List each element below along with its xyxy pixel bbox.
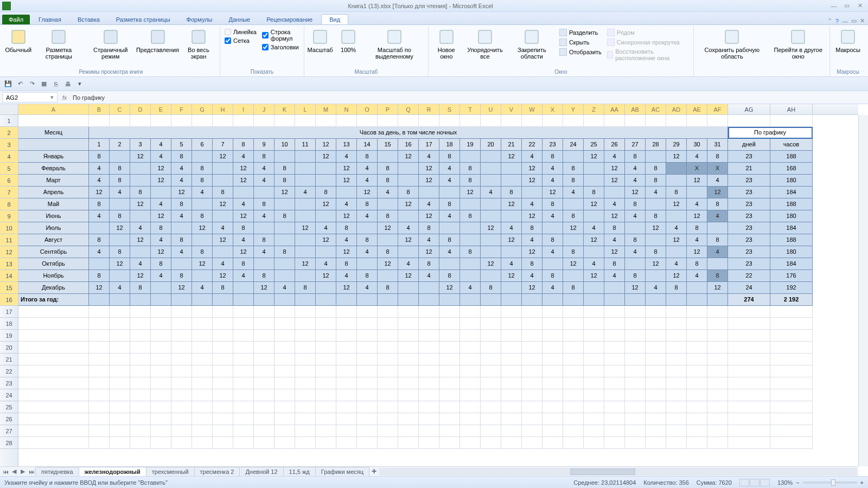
row-header[interactable]: 17 — [0, 306, 18, 318]
cell[interactable] — [171, 342, 192, 354]
cell[interactable]: 8 — [563, 163, 584, 175]
cell[interactable]: 8 — [666, 187, 687, 198]
cell[interactable] — [378, 294, 398, 306]
cell[interactable]: 8 — [151, 222, 171, 234]
cell[interactable] — [419, 187, 439, 198]
cell[interactable] — [130, 175, 151, 187]
ribbon-min-icon[interactable]: ⌃ — [827, 17, 832, 24]
cell[interactable]: 16 — [398, 139, 419, 151]
cell[interactable] — [625, 306, 646, 318]
cell[interactable] — [481, 437, 501, 449]
cell[interactable] — [18, 377, 89, 389]
cell[interactable]: 23 — [728, 198, 770, 210]
cell[interactable]: 23 — [728, 234, 770, 246]
zoom-in-icon[interactable]: + — [860, 479, 864, 486]
cell[interactable] — [584, 318, 604, 330]
cell[interactable] — [542, 294, 563, 306]
cell[interactable]: 4 — [192, 187, 213, 198]
cell[interactable] — [275, 234, 295, 246]
cell[interactable] — [316, 330, 336, 342]
cell[interactable]: 4 — [398, 222, 419, 234]
cell[interactable] — [501, 163, 522, 175]
cell[interactable] — [192, 389, 213, 401]
cell[interactable]: 12 — [707, 282, 728, 294]
cell[interactable] — [646, 330, 666, 342]
cell[interactable] — [89, 222, 110, 234]
col-header[interactable]: E — [151, 104, 171, 114]
cell[interactable]: 13 — [336, 139, 357, 151]
cell[interactable] — [666, 437, 687, 449]
ribbon-small-button[interactable]: Скрыть — [558, 38, 603, 47]
cell[interactable] — [378, 115, 398, 127]
cell[interactable] — [295, 246, 316, 258]
cell[interactable] — [687, 318, 707, 330]
cell[interactable] — [501, 437, 522, 449]
cell[interactable]: 4 — [501, 258, 522, 270]
cell[interactable] — [171, 401, 192, 413]
cell[interactable] — [192, 306, 213, 318]
cell[interactable] — [171, 115, 192, 127]
cell[interactable] — [625, 354, 646, 365]
cell[interactable] — [130, 163, 151, 175]
cell[interactable] — [295, 151, 316, 163]
cell[interactable]: 12 — [233, 246, 254, 258]
cell[interactable] — [604, 318, 625, 330]
cell[interactable] — [646, 306, 666, 318]
cell[interactable]: 12 — [687, 175, 707, 187]
cell[interactable] — [398, 115, 419, 127]
cell[interactable]: 8 — [563, 246, 584, 258]
cell[interactable]: 8 — [295, 282, 316, 294]
cell[interactable] — [171, 330, 192, 342]
cell[interactable]: 8 — [460, 210, 481, 222]
cell[interactable] — [707, 377, 728, 389]
cell[interactable] — [687, 282, 707, 294]
cell[interactable] — [542, 389, 563, 401]
cell[interactable] — [501, 175, 522, 187]
cell[interactable]: 4 — [604, 270, 625, 282]
cell[interactable]: 4 — [275, 282, 295, 294]
cell[interactable] — [666, 163, 687, 175]
cell[interactable] — [171, 413, 192, 425]
cell[interactable]: 8 — [646, 163, 666, 175]
cell[interactable]: 4 — [213, 222, 233, 234]
cell[interactable] — [233, 115, 254, 127]
cell[interactable] — [604, 425, 625, 437]
cell[interactable] — [481, 354, 501, 365]
cell[interactable] — [728, 318, 770, 330]
redo-icon[interactable]: ↷ — [27, 79, 37, 89]
cell[interactable]: 176 — [770, 270, 813, 282]
cell[interactable] — [501, 318, 522, 330]
cell[interactable] — [501, 413, 522, 425]
help-icon[interactable]: ? — [835, 18, 839, 24]
row-header[interactable]: 9 — [0, 210, 18, 222]
cell[interactable] — [542, 377, 563, 389]
cell[interactable]: 8 — [419, 222, 439, 234]
cell[interactable] — [275, 115, 295, 127]
cell[interactable] — [316, 354, 336, 365]
row-header[interactable]: 2 — [0, 127, 18, 139]
wbk-restore-icon[interactable]: ▭ — [851, 17, 857, 24]
cell[interactable] — [439, 401, 460, 413]
cell[interactable]: 30 — [687, 139, 707, 151]
cell[interactable] — [646, 115, 666, 127]
tab-3[interactable]: Формулы — [179, 15, 220, 24]
cell[interactable] — [233, 401, 254, 413]
row-header[interactable]: 4 — [0, 151, 18, 163]
cell[interactable]: 8 — [275, 246, 295, 258]
cell[interactable]: 180 — [770, 246, 813, 258]
name-box[interactable]: AG2▾ — [2, 92, 58, 102]
cell[interactable] — [666, 294, 687, 306]
cell[interactable] — [460, 365, 481, 377]
cell[interactable]: 12 — [192, 222, 213, 234]
cell[interactable] — [275, 365, 295, 377]
cell[interactable] — [110, 377, 130, 389]
cell[interactable]: 8 — [336, 258, 357, 270]
cell[interactable] — [171, 258, 192, 270]
row-header[interactable]: 19 — [0, 330, 18, 342]
ribbon-button[interactable]: Макросы — [833, 27, 863, 54]
cell[interactable]: 4 — [151, 151, 171, 163]
cell[interactable]: 8 — [666, 282, 687, 294]
cell[interactable]: 8 — [233, 139, 254, 151]
cell[interactable]: Декабрь — [18, 282, 89, 294]
cell[interactable] — [254, 342, 275, 354]
